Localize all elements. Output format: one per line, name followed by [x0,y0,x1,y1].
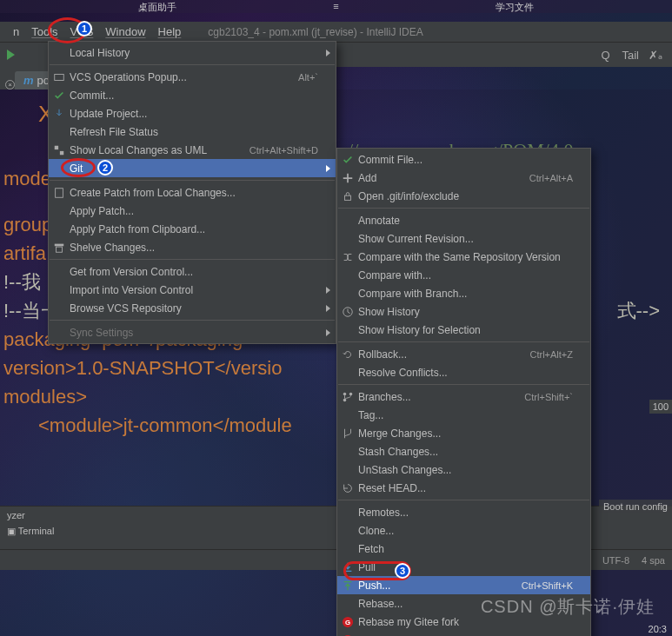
shortcut: Ctrl+Alt+Z [529,349,573,360]
status-indent[interactable]: 4 spa [642,555,665,566]
menu-item-label: Rebase... [358,598,403,610]
menu-separator [50,64,335,65]
menu-item-show-history-for-selection[interactable]: Show History for Selection [337,321,590,339]
search-icon[interactable]: Q [597,47,613,63]
menu-item-commit-file[interactable]: Commit File... [337,150,590,169]
menu-item-browse-vcs-repository[interactable]: Browse VCS Repository [49,299,336,317]
menu-item-label: Shelve Changes... [70,242,155,254]
editor-hint-badge: 100 [649,400,672,414]
popup-icon [52,70,66,84]
shortcut: Ctrl+Alt+Shift+D [250,145,318,156]
translate-icon[interactable]: ✗ₐ [648,47,663,63]
menu-item-label: Rollback... [358,348,407,361]
menu-item-annotate[interactable]: Annotate [337,211,590,229]
menu-item-label: Fetch [358,543,384,555]
desktop-label2: 学习文件 [496,1,534,13]
menu-item-add[interactable]: AddCtrl+Alt+A [337,169,590,187]
menu-item-shelve-changes[interactable]: Shelve Changes... [49,238,336,256]
menu-item-label: Reset HEAD... [358,482,426,494]
menu-item-clone[interactable]: Clone... [337,521,590,540]
menu-item-reset-head[interactable]: Reset HEAD... [337,479,590,497]
menu-separator [338,341,589,342]
menu-item-get-from-version-control[interactable]: Get from Version Control... [49,262,336,281]
menu-item-update-project[interactable]: Update Project... [49,104,336,123]
menu-item-rollback[interactable]: Rollback...Ctrl+Alt+Z [337,345,590,363]
menu-item-unstash-changes[interactable]: UnStash Changes... [337,460,590,479]
menu-item-sync-settings: Sync Settings [49,323,336,341]
menu-item-label: Apply Patch... [70,205,134,217]
menu-separator [338,208,589,209]
menu-n[interactable]: n [7,23,25,40]
svg-point-8 [343,392,347,395]
menu-item-fetch[interactable]: Fetch [337,540,590,558]
menu-item-label: Show History [358,306,420,318]
menu-separator [50,320,335,321]
menu-item-import-into-version-control[interactable]: Import into Version Control [49,281,336,299]
menu-item-create-patch-from-local-changes[interactable]: Create Patch from Local Changes... [49,183,336,202]
menu-item-compare-with-the-same-repository-version[interactable]: Compare with the Same Repository Version [337,248,590,266]
compare-icon [341,250,355,264]
menu-item-stash-changes[interactable]: Stash Changes... [337,442,590,460]
status-encoding[interactable]: UTF-8 [602,555,629,566]
svg-rect-6 [345,195,351,200]
menu-item-label: Local History [70,47,130,59]
menu-item-label: Update Project... [70,108,147,120]
desktop-hamburger[interactable]: ≡ [333,1,338,13]
menu-item-label: Stash Changes... [358,446,438,458]
menu-item-compare-with-branch[interactable]: Compare with Branch... [337,284,590,302]
menu-item-label: UnStash Changes... [358,464,451,476]
gitee-icon: G [341,633,355,637]
maven-icon: m [23,74,34,87]
menu-item-merge-changes[interactable]: Merge Changes... [337,424,590,442]
shortcut: Alt+` [298,72,318,83]
menu-item-label: Resolve Conflicts... [358,367,448,379]
menu-item-local-history[interactable]: Local History [49,43,336,62]
menu-item-apply-patch[interactable]: Apply Patch... [49,202,336,220]
shortcut: Ctrl+Alt+A [529,173,573,183]
svg-point-10 [349,392,353,395]
menu-item-label: Show Current Revision... [358,233,474,245]
merge-icon [341,427,355,441]
patch-icon [52,186,66,200]
menu-item-label: Import into Version Control [70,284,193,296]
tab-close-icon[interactable]: × [5,80,15,89]
menu-item-resolve-conflicts[interactable]: Resolve Conflicts... [337,363,590,381]
menu-item-open-git-info-exclude[interactable]: Open .git/info/exclude [337,187,590,205]
svg-rect-5 [57,247,63,252]
menu-item-label: Merge Changes... [358,427,441,440]
menu-item-commit[interactable]: Commit... [49,86,336,104]
menu-item-show-history[interactable]: Show History [337,302,590,321]
menu-window[interactable]: Window [99,23,151,40]
shortcut: Ctrl+Shift+K [522,580,573,591]
menu-item-branches[interactable]: Branches...Ctrl+Shift+` [337,388,590,406]
annotation-badge-1: 1 [77,21,92,36]
menu-item-show-local-changes-as-uml[interactable]: Show Local Changes as UMLCtrl+Alt+Shift+… [49,141,336,159]
menu-item-vcs-operations-popup[interactable]: VCS Operations Popup...Alt+` [49,68,336,86]
submenu-arrow-icon [326,329,330,336]
menu-item-label: Add [358,172,376,184]
menu-item-tag[interactable]: Tag... [337,406,590,424]
run-icon[interactable] [7,50,15,60]
desktop-label: 桌面助手 [138,1,176,13]
desktop-titlebar: 桌面助手 ≡ 学习文件 [0,0,672,13]
menu-item-apply-patch-from-clipboard[interactable]: Apply Patch from Clipboard... [49,220,336,238]
menu-item-create-pull-request[interactable]: GCreate Pull Request [337,631,590,636]
lock-icon [341,189,355,203]
menu-item-remotes[interactable]: Remotes... [337,503,590,521]
menu-item-show-current-revision[interactable]: Show Current Revision... [337,229,590,248]
reset-icon [341,481,355,495]
menu-item-label: Remotes... [358,507,409,519]
svg-rect-4 [55,243,64,246]
menu-item-label: Browse VCS Repository [70,302,182,315]
menu-item-label: Sync Settings [70,327,133,339]
plus-icon [341,171,355,185]
menu-item-refresh-file-status[interactable]: Refresh File Status [49,123,336,141]
terminal-tab[interactable]: Terminal [18,526,55,536]
vcs-menu: Local HistoryVCS Operations Popup...Alt+… [48,41,336,344]
menu-help[interactable]: Help [152,23,188,40]
submenu-arrow-icon [326,50,330,56]
tail-button[interactable]: Tail [622,47,639,63]
menu-item-label: Push... [358,580,390,592]
check-icon [52,89,66,103]
menu-item-compare-with[interactable]: Compare with... [337,266,590,284]
